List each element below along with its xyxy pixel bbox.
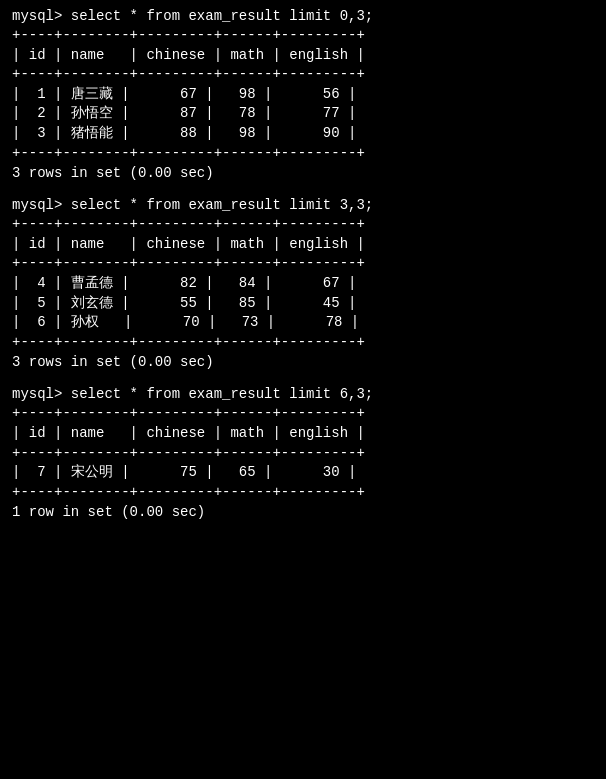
prompt-line: mysql> select * from exam_result limit 0…	[12, 8, 594, 24]
table-line: | 1 | 唐三藏 | 67 | 98 | 56 |	[12, 85, 594, 105]
prompt-line: mysql> select * from exam_result limit 6…	[12, 386, 594, 402]
table-line: +----+--------+---------+------+--------…	[12, 215, 594, 235]
table-line: +----+--------+---------+------+--------…	[12, 483, 594, 503]
table-line: | 3 | 猪悟能 | 88 | 98 | 90 |	[12, 124, 594, 144]
table-line: | 2 | 孙悟空 | 87 | 78 | 77 |	[12, 104, 594, 124]
terminal: mysql> select * from exam_result limit 0…	[12, 8, 594, 520]
table-line: | 5 | 刘玄德 | 55 | 85 | 45 |	[12, 294, 594, 314]
table-line: +----+--------+---------+------+--------…	[12, 333, 594, 353]
table-line: +----+--------+---------+------+--------…	[12, 26, 594, 46]
table-line: | id | name | chinese | math | english |	[12, 46, 594, 66]
table-line: | id | name | chinese | math | english |	[12, 424, 594, 444]
table-line: +----+--------+---------+------+--------…	[12, 444, 594, 464]
table-line: | 7 | 宋公明 | 75 | 65 | 30 |	[12, 463, 594, 483]
result-line: 3 rows in set (0.00 sec)	[12, 165, 594, 181]
query-block-1: mysql> select * from exam_result limit 0…	[12, 8, 594, 181]
result-line: 1 row in set (0.00 sec)	[12, 504, 594, 520]
table-line: | id | name | chinese | math | english |	[12, 235, 594, 255]
table-line: +----+--------+---------+------+--------…	[12, 65, 594, 85]
table-line: | 4 | 曹孟德 | 82 | 84 | 67 |	[12, 274, 594, 294]
prompt-line: mysql> select * from exam_result limit 3…	[12, 197, 594, 213]
query-block-2: mysql> select * from exam_result limit 3…	[12, 197, 594, 370]
table-line: +----+--------+---------+------+--------…	[12, 404, 594, 424]
query-block-3: mysql> select * from exam_result limit 6…	[12, 386, 594, 520]
table-line: +----+--------+---------+------+--------…	[12, 144, 594, 164]
result-line: 3 rows in set (0.00 sec)	[12, 354, 594, 370]
table-line: +----+--------+---------+------+--------…	[12, 254, 594, 274]
table-line: | 6 | 孙权 | 70 | 73 | 78 |	[12, 313, 594, 333]
